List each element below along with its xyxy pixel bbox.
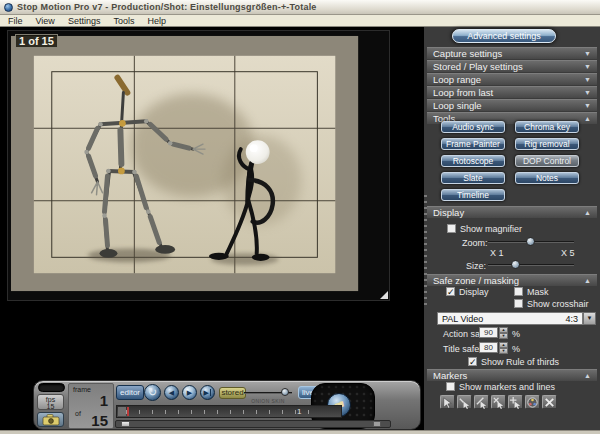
next-frame-icon: ▶ <box>204 389 209 397</box>
marker-clear-button[interactable] <box>542 395 557 409</box>
fps-button[interactable]: fps 15 <box>37 394 64 410</box>
capture-button[interactable] <box>37 412 64 427</box>
notes-button[interactable]: Notes <box>515 172 579 184</box>
diagonal-line-cursor-icon <box>475 396 488 409</box>
cursor-line-icon <box>458 396 471 409</box>
advanced-settings-button[interactable]: Advanced settings <box>452 29 556 43</box>
onion-skin-slider[interactable] <box>244 388 292 398</box>
audio-sync-button[interactable]: Audio sync <box>441 121 505 133</box>
rig-removal-button[interactable]: Rig removal <box>515 138 579 150</box>
dop-control-button[interactable]: DOP Control <box>515 155 579 167</box>
section-display[interactable]: Display▲ <box>427 206 597 218</box>
marker-color-button[interactable] <box>525 395 540 409</box>
section-label: Loop range <box>433 74 481 85</box>
timeline-button[interactable]: Timeline <box>441 189 505 201</box>
magnifier-zoom-slider[interactable] <box>488 237 574 247</box>
marker-line-button[interactable] <box>474 395 489 409</box>
current-frame-zone <box>118 407 126 416</box>
section-loop-range[interactable]: Loop range▼ <box>427 73 597 85</box>
frame-painter-button[interactable]: Frame Painter <box>441 138 505 150</box>
slate-button[interactable]: Slate <box>441 172 505 184</box>
chroma-key-button[interactable]: Chroma key <box>515 121 579 133</box>
magnifier-size-slider[interactable] <box>488 260 574 270</box>
chevron-up-icon: ▲ <box>584 115 591 122</box>
show-crosshair-checkbox[interactable] <box>514 299 523 308</box>
chevron-down-icon[interactable]: ▼ <box>583 312 596 325</box>
section-loop-single[interactable]: Loop single▼ <box>427 99 597 111</box>
onion-skin-label: ONION SKIN <box>239 398 297 404</box>
chevron-up-icon: ▲ <box>584 277 591 284</box>
resize-handle[interactable] <box>380 291 388 299</box>
frame-display: frame 1 of 15 <box>68 383 114 429</box>
menu-item-view[interactable]: View <box>36 16 55 26</box>
show-markers-label: Show markers and lines <box>459 382 555 392</box>
safe-display-checkbox[interactable] <box>446 287 455 296</box>
action-safe-input[interactable]: 90 <box>479 327 498 338</box>
fps-label: fps <box>46 396 55 403</box>
menu-item-help[interactable]: Help <box>147 16 166 26</box>
x-cursor-icon <box>492 396 505 409</box>
menu-item-tools[interactable]: Tools <box>113 16 134 26</box>
scrollbar-end-cap[interactable] <box>373 421 381 427</box>
marker-add-button[interactable] <box>508 395 523 409</box>
section-label: Display <box>433 207 464 218</box>
section-loop-from-last[interactable]: Loop from last▼ <box>427 86 597 98</box>
chevron-down-icon: ▼ <box>584 102 591 109</box>
section-label: Markers <box>433 370 467 381</box>
mini-display <box>38 383 65 392</box>
marker-delete-button[interactable] <box>491 395 506 409</box>
marker-edit-button[interactable] <box>457 395 472 409</box>
chevron-down-icon: ▼ <box>584 63 591 70</box>
menu-bar: File View Settings Tools Help <box>0 15 600 27</box>
title-safe-percent: % <box>512 344 520 354</box>
section-capture-settings[interactable]: Capture settings▼ <box>427 47 597 59</box>
show-crosshair-label: Show crosshair <box>527 299 589 309</box>
window-title: Stop Motion Pro v7 - Production/Shot: Ei… <box>17 2 317 12</box>
title-bar[interactable]: Stop Motion Pro v7 - Production/Shot: Ei… <box>0 0 600 15</box>
mask-checkbox[interactable] <box>514 287 523 296</box>
stepper-down-button[interactable]: ▼ <box>499 333 508 339</box>
rotoscope-button[interactable]: Rotoscope <box>441 155 505 167</box>
combo-field: PAL Video 4:3 <box>437 312 583 325</box>
timeline-strip[interactable]: 1 <box>116 405 342 418</box>
title-safe-input[interactable]: 80 <box>479 342 498 353</box>
rule-of-thirds-checkbox[interactable] <box>468 357 477 366</box>
mask-label: Mask <box>527 287 549 297</box>
section-markers[interactable]: Markers▲ <box>427 369 597 381</box>
aspect-ratio-value: 4:3 <box>565 314 578 324</box>
chevron-up-icon: ▲ <box>584 372 591 379</box>
section-safe-zone[interactable]: Safe zone / masking▲ <box>427 274 597 286</box>
slider-thumb[interactable] <box>511 260 520 269</box>
loop-play-button[interactable]: ↻ <box>144 384 161 401</box>
scrollbar-thumb[interactable] <box>121 421 130 427</box>
menu-item-settings[interactable]: Settings <box>68 16 101 26</box>
play-button[interactable]: ▶ <box>182 385 197 400</box>
frame-counter-overlay: 1 of 15 <box>15 34 58 48</box>
viewport[interactable]: 1 of 15 <box>7 30 390 301</box>
show-markers-checkbox[interactable] <box>446 382 455 391</box>
slider-thumb[interactable] <box>281 388 289 396</box>
stepper-down-button[interactable]: ▼ <box>499 348 508 354</box>
section-stored-play-settings[interactable]: Stored / Play settings▼ <box>427 60 597 72</box>
total-frames-value: 15 <box>91 412 108 429</box>
editor-button[interactable]: editor <box>116 385 144 400</box>
of-label: of <box>75 410 81 417</box>
frame-value: 1 <box>100 392 108 409</box>
title-safe-stepper: ▲▼ <box>499 342 508 353</box>
show-magnifier-checkbox[interactable] <box>447 224 456 233</box>
zoom-label: Zoom: <box>462 238 488 248</box>
slider-track <box>488 264 574 266</box>
step-back-button[interactable]: ◀ <box>164 385 179 400</box>
play-icon: ▶ <box>187 389 192 397</box>
marker-toolbar <box>440 395 557 409</box>
end-bar-icon <box>210 389 212 396</box>
timeline-scrollbar[interactable] <box>115 420 391 428</box>
step-forward-button[interactable]: ▶ <box>200 385 215 400</box>
capture-image <box>8 31 389 300</box>
marker-select-button[interactable] <box>440 395 455 409</box>
section-label: Safe zone / masking <box>433 275 519 286</box>
menu-item-file[interactable]: File <box>8 16 23 26</box>
video-format-combobox[interactable]: PAL Video 4:3 ▼ <box>437 312 596 325</box>
previous-frame-icon: ◀ <box>169 389 174 397</box>
slider-thumb[interactable] <box>526 237 535 246</box>
